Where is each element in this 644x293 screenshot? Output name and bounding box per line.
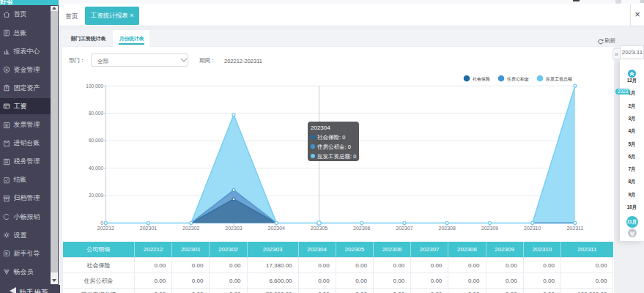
- svg-text:住房公积金: 住房公积金: [507, 76, 529, 81]
- svg-text:202311: 202311: [566, 226, 583, 231]
- svg-text:40,000: 40,000: [89, 166, 103, 171]
- svg-text:100,000: 100,000: [86, 84, 103, 89]
- svg-text:202309: 202309: [481, 226, 498, 231]
- svg-text:60,000: 60,000: [89, 138, 103, 143]
- svg-text:202307: 202307: [396, 226, 412, 231]
- svg-text:20,000: 20,000: [89, 193, 103, 198]
- svg-text:202305: 202305: [311, 226, 327, 231]
- svg-text:202310: 202310: [524, 226, 541, 231]
- svg-text:202303: 202303: [225, 226, 242, 231]
- svg-text:80,000: 80,000: [89, 111, 103, 116]
- svg-text:202306: 202306: [353, 226, 370, 231]
- svg-text:202212: 202212: [97, 226, 114, 231]
- svg-text:202301: 202301: [140, 226, 157, 231]
- svg-text:社会保险: 社会保险: [473, 76, 490, 81]
- svg-text:202304: 202304: [268, 226, 285, 231]
- svg-text:202308: 202308: [439, 226, 456, 231]
- svg-text:0: 0: [100, 220, 103, 226]
- svg-text:202302: 202302: [182, 226, 199, 231]
- svg-text:应发工资总额: 应发工资总额: [546, 76, 572, 81]
